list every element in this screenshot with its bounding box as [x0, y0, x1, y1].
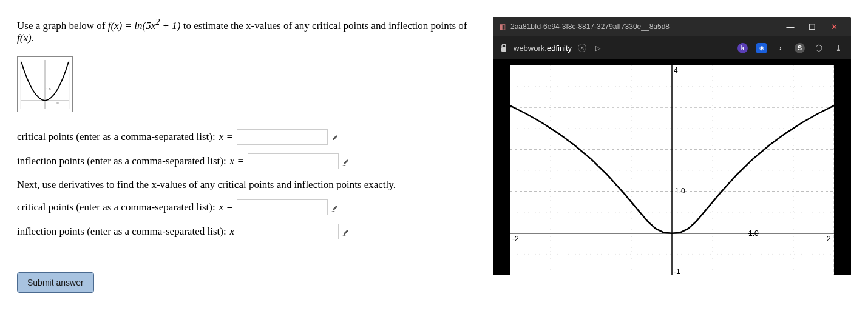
x-right-label: 2 — [827, 235, 831, 243]
y-tick-1: 1.0 — [675, 187, 685, 195]
critical-points-estimate-input[interactable] — [237, 129, 328, 145]
q1-var: x = — [219, 131, 233, 143]
extensions-icon[interactable]: ⬡ — [813, 42, 824, 53]
toolbar-icons: k ◉ › S ⬡ ⤓ — [737, 42, 844, 53]
q2-label: inflection points (enter as a comma-sepa… — [17, 155, 226, 167]
edit-icon[interactable] — [342, 157, 351, 166]
extension-k-icon[interactable]: k — [737, 43, 748, 53]
inflection-points-estimate-row: inflection points (enter as a comma-sepa… — [17, 153, 481, 169]
inflection-points-exact-input[interactable] — [248, 224, 339, 239]
minimize-icon[interactable]: — — [779, 22, 801, 32]
edit-icon[interactable] — [342, 227, 351, 236]
svg-text:1.0: 1.0 — [54, 101, 59, 105]
q1-label: critical points (enter as a comma-separa… — [17, 131, 215, 143]
function-definition: f(x) = ln(5x2 + 1) — [108, 20, 181, 32]
submit-button[interactable]: Submit answer — [17, 272, 94, 293]
critical-points-exact-row: critical points (enter as a comma-separa… — [17, 199, 481, 215]
critical-points-exact-input[interactable] — [237, 199, 328, 215]
graph-thumbnail[interactable]: 1.0 1.0 — [17, 56, 73, 112]
y-bottom-label: -1 — [674, 267, 680, 275]
question-content: Use a graph below of f(x) = ln(5x2 + 1) … — [17, 17, 481, 293]
favicon-icon: ◧ — [499, 22, 506, 31]
graph-area: 4 -2 2 -1 1.0 1.0 — [493, 59, 851, 275]
svg-rect-6 — [501, 47, 506, 52]
y-top-label: 4 — [674, 66, 678, 75]
q2-var: x = — [230, 155, 244, 167]
maximize-icon[interactable]: ☐ — [801, 22, 823, 32]
extension-screenshot-icon[interactable]: ◉ — [756, 43, 767, 53]
browser-window: ◧ 2aa81bfd-6e94-3f8c-8817-3279aff7330e__… — [493, 17, 851, 275]
url-text: webwork.edfinity — [514, 44, 572, 53]
window-title: 2aa81bfd-6e94-3f8c-8817-3279aff7330e__8a… — [510, 22, 779, 31]
lock-icon — [500, 44, 507, 52]
edit-icon[interactable] — [331, 203, 340, 212]
clear-icon[interactable]: × — [578, 44, 586, 52]
send-icon[interactable]: ▷ — [592, 42, 603, 53]
chevron-right-icon[interactable]: › — [775, 42, 786, 53]
q3-var: x = — [219, 201, 233, 213]
x-tick-1: 1.0 — [748, 229, 759, 238]
prompt-suffix: to estimate the x-values of any critical… — [183, 20, 467, 32]
inflection-points-estimate-input[interactable] — [248, 153, 339, 169]
svg-text:1.0: 1.0 — [46, 87, 51, 91]
q4-var: x = — [230, 226, 244, 238]
q4-label: inflection points (enter as a comma-sepa… — [17, 226, 226, 238]
popup-window-column: ◧ 2aa81bfd-6e94-3f8c-8817-3279aff7330e__… — [493, 17, 851, 293]
address-bar[interactable]: webwork.edfinity × ▷ k ◉ › S ⬡ ⤓ — [493, 36, 851, 59]
critical-points-estimate-row: critical points (enter as a comma-separa… — [17, 129, 481, 145]
prompt-prefix: Use a graph below of — [17, 20, 108, 32]
function-fof: f(x) — [17, 32, 32, 44]
window-titlebar[interactable]: ◧ 2aa81bfd-6e94-3f8c-8817-3279aff7330e__… — [493, 17, 851, 36]
q3-label: critical points (enter as a comma-separa… — [17, 201, 215, 213]
close-icon[interactable]: ✕ — [823, 22, 845, 32]
inflection-points-exact-row: inflection points (enter as a comma-sepa… — [17, 224, 481, 239]
extension-s-icon[interactable]: S — [795, 43, 805, 53]
edit-icon[interactable] — [331, 133, 340, 141]
x-left-label: -2 — [512, 235, 519, 243]
instruction-text: Next, use derivatives to find the x-valu… — [17, 179, 481, 191]
problem-statement: Use a graph below of f(x) = ln(5x2 + 1) … — [17, 17, 481, 44]
graph-canvas[interactable]: 4 -2 2 -1 1.0 1.0 — [510, 65, 834, 275]
download-icon[interactable]: ⤓ — [833, 42, 844, 53]
